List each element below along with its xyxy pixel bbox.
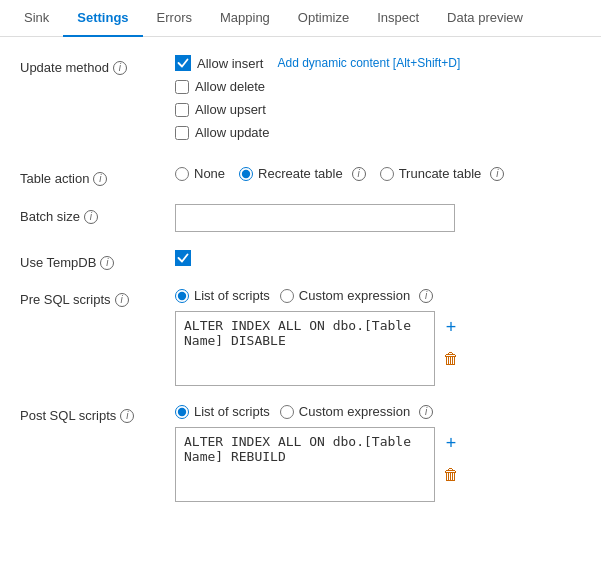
tab-errors[interactable]: Errors: [143, 0, 206, 37]
settings-content: Update method i Allow insert Add dynamic…: [0, 37, 601, 538]
post-list-of-scripts-radio[interactable]: [175, 405, 189, 419]
tab-sink[interactable]: Sink: [10, 0, 63, 37]
recreate-table-info-icon[interactable]: i: [352, 167, 366, 181]
pre-sql-scripts-control: List of scripts Custom expression i ALTE…: [175, 288, 581, 386]
batch-size-info-icon[interactable]: i: [84, 210, 98, 224]
pre-sql-add-button[interactable]: +: [441, 315, 461, 340]
pre-custom-expression-label: Custom expression: [299, 288, 410, 303]
table-action-label: Table action i: [20, 166, 175, 186]
allow-insert-label: Allow insert: [197, 56, 263, 71]
table-action-recreate: Recreate table i: [239, 166, 366, 181]
pre-sql-trash-icon: 🗑: [443, 350, 459, 368]
truncate-table-info-icon[interactable]: i: [490, 167, 504, 181]
update-method-info-icon[interactable]: i: [113, 61, 127, 75]
post-sql-add-button[interactable]: +: [441, 431, 461, 456]
post-sql-scripts-info-icon[interactable]: i: [120, 409, 134, 423]
allow-upsert-row: Allow upsert: [175, 102, 581, 117]
post-sql-textarea[interactable]: ALTER INDEX ALL ON dbo.[Table Name] REBU…: [175, 427, 435, 502]
tab-bar: Sink Settings Errors Mapping Optimize In…: [0, 0, 601, 37]
allow-update-row: Allow update: [175, 125, 581, 140]
table-action-info-icon[interactable]: i: [93, 172, 107, 186]
pre-sql-area-wrapper: ALTER INDEX ALL ON dbo.[Table Name] DISA…: [175, 311, 581, 386]
pre-sql-scripts-row: Pre SQL scripts i List of scripts Custom…: [20, 288, 581, 386]
allow-delete-label: Allow delete: [195, 79, 265, 94]
table-action-truncate-radio[interactable]: [380, 167, 394, 181]
batch-size-label: Batch size i: [20, 204, 175, 224]
batch-size-input[interactable]: [175, 204, 455, 232]
post-sql-plus-icon: +: [446, 433, 457, 454]
allow-upsert-label: Allow upsert: [195, 102, 266, 117]
table-action-radio-group: None Recreate table i Truncate table i: [175, 166, 581, 181]
table-action-control: None Recreate table i Truncate table i: [175, 166, 581, 181]
pre-custom-expression-info-icon[interactable]: i: [419, 289, 433, 303]
table-action-truncate: Truncate table i: [380, 166, 505, 181]
table-action-none-label: None: [194, 166, 225, 181]
table-action-recreate-radio[interactable]: [239, 167, 253, 181]
pre-sql-scripts-label: Pre SQL scripts i: [20, 288, 175, 307]
pre-sql-scripts-info-icon[interactable]: i: [115, 293, 129, 307]
pre-sql-delete-button[interactable]: 🗑: [441, 348, 461, 370]
update-method-label: Update method i: [20, 55, 175, 75]
allow-delete-checkbox[interactable]: [175, 80, 189, 94]
table-action-none: None: [175, 166, 225, 181]
allow-update-checkbox[interactable]: [175, 126, 189, 140]
post-sql-scripts-row: Post SQL scripts i List of scripts Custo…: [20, 404, 581, 502]
pre-sql-textarea[interactable]: ALTER INDEX ALL ON dbo.[Table Name] DISA…: [175, 311, 435, 386]
table-action-recreate-label: Recreate table: [258, 166, 343, 181]
batch-size-control: [175, 204, 581, 232]
allow-insert-checkbox[interactable]: [175, 55, 191, 71]
pre-custom-expression: Custom expression i: [280, 288, 433, 303]
post-sql-trash-icon: 🗑: [443, 466, 459, 484]
update-method-row: Update method i Allow insert Add dynamic…: [20, 55, 581, 148]
use-tempdb-label: Use TempDB i: [20, 250, 175, 270]
use-tempdb-control: [175, 250, 581, 267]
allow-delete-row: Allow delete: [175, 79, 581, 94]
table-action-truncate-label: Truncate table: [399, 166, 482, 181]
use-tempdb-info-icon[interactable]: i: [100, 256, 114, 270]
post-custom-expression: Custom expression i: [280, 404, 433, 419]
table-action-row: Table action i None Recreate table i Tru…: [20, 166, 581, 186]
allow-update-label: Allow update: [195, 125, 269, 140]
pre-list-of-scripts-label: List of scripts: [194, 288, 270, 303]
update-method-control: Allow insert Add dynamic content [Alt+Sh…: [175, 55, 581, 148]
post-custom-expression-radio[interactable]: [280, 405, 294, 419]
pre-list-of-scripts-radio[interactable]: [175, 289, 189, 303]
pre-sql-options: List of scripts Custom expression i: [175, 288, 581, 303]
tab-inspect[interactable]: Inspect: [363, 0, 433, 37]
tab-settings[interactable]: Settings: [63, 0, 142, 37]
dynamic-content-link[interactable]: Add dynamic content [Alt+Shift+D]: [277, 56, 460, 70]
tab-data-preview[interactable]: Data preview: [433, 0, 537, 37]
allow-insert-row: Allow insert Add dynamic content [Alt+Sh…: [175, 55, 581, 71]
tab-mapping[interactable]: Mapping: [206, 0, 284, 37]
post-custom-expression-info-icon[interactable]: i: [419, 405, 433, 419]
post-list-of-scripts-label: List of scripts: [194, 404, 270, 419]
post-custom-expression-label: Custom expression: [299, 404, 410, 419]
use-tempdb-row: Use TempDB i: [20, 250, 581, 270]
allow-upsert-checkbox[interactable]: [175, 103, 189, 117]
pre-sql-plus-icon: +: [446, 317, 457, 338]
pre-sql-actions: + 🗑: [441, 311, 461, 370]
pre-list-of-scripts: List of scripts: [175, 288, 270, 303]
use-tempdb-checkbox[interactable]: [175, 250, 191, 266]
post-sql-area-wrapper: ALTER INDEX ALL ON dbo.[Table Name] REBU…: [175, 427, 581, 502]
batch-size-row: Batch size i: [20, 204, 581, 232]
pre-custom-expression-radio[interactable]: [280, 289, 294, 303]
post-sql-scripts-label: Post SQL scripts i: [20, 404, 175, 423]
post-sql-options: List of scripts Custom expression i: [175, 404, 581, 419]
table-action-none-radio[interactable]: [175, 167, 189, 181]
tab-optimize[interactable]: Optimize: [284, 0, 363, 37]
post-list-of-scripts: List of scripts: [175, 404, 270, 419]
post-sql-delete-button[interactable]: 🗑: [441, 464, 461, 486]
post-sql-scripts-control: List of scripts Custom expression i ALTE…: [175, 404, 581, 502]
post-sql-actions: + 🗑: [441, 427, 461, 486]
